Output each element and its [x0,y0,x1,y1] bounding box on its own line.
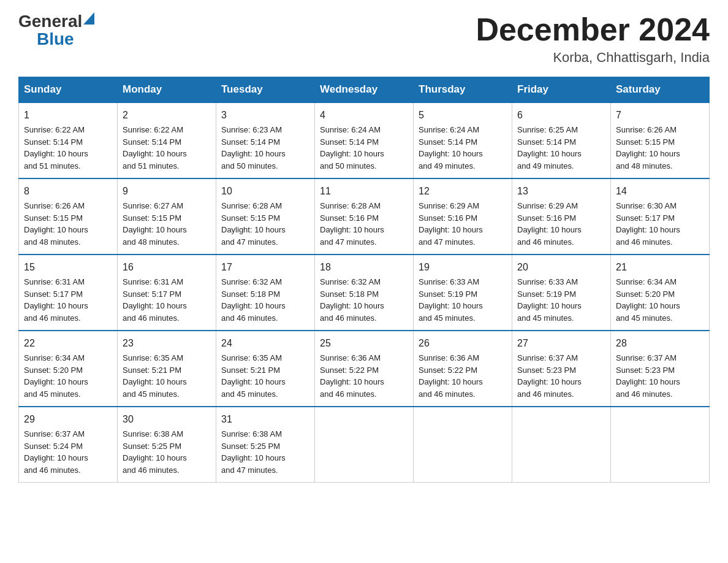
calendar-day-cell: 30Sunrise: 6:38 AMSunset: 5:25 PMDayligh… [118,407,216,483]
day-number: 6 [517,108,605,123]
day-number: 24 [221,336,309,351]
calendar-day-cell: 23Sunrise: 6:35 AMSunset: 5:21 PMDayligh… [118,331,216,407]
day-info: Sunrise: 6:35 AMSunset: 5:21 PMDaylight:… [123,352,211,400]
calendar-day-cell: 13Sunrise: 6:29 AMSunset: 5:16 PMDayligh… [512,178,611,255]
page: General Blue December 2024 Korba, Chhatt… [0,0,728,501]
calendar-day-cell: 19Sunrise: 6:33 AMSunset: 5:19 PMDayligh… [414,255,512,331]
day-of-week-header: Saturday [611,77,710,103]
calendar-table: SundayMondayTuesdayWednesdayThursdayFrid… [18,77,710,483]
calendar-title: December 2024 [476,12,710,47]
calendar-day-cell: 4Sunrise: 6:24 AMSunset: 5:14 PMDaylight… [315,102,414,178]
calendar-day-cell: 5Sunrise: 6:24 AMSunset: 5:14 PMDaylight… [414,102,512,178]
calendar-week-row: 8Sunrise: 6:26 AMSunset: 5:15 PMDaylight… [19,178,710,255]
svg-marker-0 [83,12,94,25]
day-info: Sunrise: 6:36 AMSunset: 5:22 PMDaylight:… [320,352,408,400]
calendar-day-cell: 22Sunrise: 6:34 AMSunset: 5:20 PMDayligh… [19,331,118,407]
calendar-day-cell: 9Sunrise: 6:27 AMSunset: 5:15 PMDaylight… [118,178,216,255]
day-number: 19 [419,260,507,275]
day-info: Sunrise: 6:27 AMSunset: 5:15 PMDaylight:… [123,200,211,248]
day-info: Sunrise: 6:34 AMSunset: 5:20 PMDaylight:… [616,276,704,324]
day-number: 12 [419,184,507,199]
day-info: Sunrise: 6:37 AMSunset: 5:24 PMDaylight:… [24,428,112,476]
calendar-day-cell: 29Sunrise: 6:37 AMSunset: 5:24 PMDayligh… [19,407,118,483]
day-number: 30 [123,412,211,427]
day-info: Sunrise: 6:31 AMSunset: 5:17 PMDaylight:… [123,276,211,324]
calendar-day-cell: 14Sunrise: 6:30 AMSunset: 5:17 PMDayligh… [611,178,710,255]
day-number: 28 [616,336,704,351]
calendar-day-cell: 8Sunrise: 6:26 AMSunset: 5:15 PMDaylight… [19,178,118,255]
day-info: Sunrise: 6:33 AMSunset: 5:19 PMDaylight:… [419,276,507,324]
day-number: 2 [123,108,211,123]
day-info: Sunrise: 6:30 AMSunset: 5:17 PMDaylight:… [616,200,704,248]
day-number: 10 [221,184,309,199]
calendar-day-cell: 10Sunrise: 6:28 AMSunset: 5:15 PMDayligh… [216,178,315,255]
logo-general-text: General [18,13,82,30]
logo: General Blue [18,12,94,48]
day-number: 3 [221,108,309,123]
day-info: Sunrise: 6:25 AMSunset: 5:14 PMDaylight:… [517,124,605,172]
day-number: 1 [24,108,112,123]
day-info: Sunrise: 6:22 AMSunset: 5:14 PMDaylight:… [24,124,112,172]
day-info: Sunrise: 6:38 AMSunset: 5:25 PMDaylight:… [123,428,211,476]
day-info: Sunrise: 6:24 AMSunset: 5:14 PMDaylight:… [320,124,408,172]
day-of-week-header: Sunday [19,77,118,103]
day-number: 22 [24,336,112,351]
calendar-week-row: 1Sunrise: 6:22 AMSunset: 5:14 PMDaylight… [19,102,710,178]
calendar-day-cell: 1Sunrise: 6:22 AMSunset: 5:14 PMDaylight… [19,102,118,178]
day-info: Sunrise: 6:32 AMSunset: 5:18 PMDaylight:… [221,276,309,324]
day-number: 20 [517,260,605,275]
calendar-header-row: SundayMondayTuesdayWednesdayThursdayFrid… [19,77,710,103]
calendar-day-cell: 27Sunrise: 6:37 AMSunset: 5:23 PMDayligh… [512,331,611,407]
day-number: 17 [221,260,309,275]
day-of-week-header: Tuesday [216,77,315,103]
day-number: 31 [221,412,309,427]
day-number: 4 [320,108,408,123]
day-of-week-header: Thursday [414,77,512,103]
day-of-week-header: Wednesday [315,77,414,103]
day-of-week-header: Friday [512,77,611,103]
title-block: December 2024 Korba, Chhattisgarh, India [476,12,710,66]
day-number: 29 [24,412,112,427]
day-info: Sunrise: 6:29 AMSunset: 5:16 PMDaylight:… [517,200,605,248]
day-number: 9 [123,184,211,199]
calendar-day-cell [611,407,710,483]
calendar-week-row: 15Sunrise: 6:31 AMSunset: 5:17 PMDayligh… [19,255,710,331]
day-number: 23 [123,336,211,351]
day-info: Sunrise: 6:26 AMSunset: 5:15 PMDaylight:… [24,200,112,248]
calendar-day-cell: 3Sunrise: 6:23 AMSunset: 5:14 PMDaylight… [216,102,315,178]
day-number: 27 [517,336,605,351]
day-number: 18 [320,260,408,275]
day-of-week-header: Monday [118,77,216,103]
day-number: 7 [616,108,704,123]
calendar-day-cell: 25Sunrise: 6:36 AMSunset: 5:22 PMDayligh… [315,331,414,407]
day-info: Sunrise: 6:28 AMSunset: 5:15 PMDaylight:… [221,200,309,248]
day-info: Sunrise: 6:31 AMSunset: 5:17 PMDaylight:… [24,276,112,324]
day-number: 15 [24,260,112,275]
calendar-day-cell: 16Sunrise: 6:31 AMSunset: 5:17 PMDayligh… [118,255,216,331]
day-info: Sunrise: 6:35 AMSunset: 5:21 PMDaylight:… [221,352,309,400]
calendar-day-cell: 20Sunrise: 6:33 AMSunset: 5:19 PMDayligh… [512,255,611,331]
day-info: Sunrise: 6:38 AMSunset: 5:25 PMDaylight:… [221,428,309,476]
day-info: Sunrise: 6:24 AMSunset: 5:14 PMDaylight:… [419,124,507,172]
day-number: 11 [320,184,408,199]
day-info: Sunrise: 6:32 AMSunset: 5:18 PMDaylight:… [320,276,408,324]
day-info: Sunrise: 6:26 AMSunset: 5:15 PMDaylight:… [616,124,704,172]
day-info: Sunrise: 6:36 AMSunset: 5:22 PMDaylight:… [419,352,507,400]
calendar-week-row: 22Sunrise: 6:34 AMSunset: 5:20 PMDayligh… [19,331,710,407]
day-number: 26 [419,336,507,351]
calendar-day-cell: 7Sunrise: 6:26 AMSunset: 5:15 PMDaylight… [611,102,710,178]
day-number: 16 [123,260,211,275]
calendar-day-cell: 31Sunrise: 6:38 AMSunset: 5:25 PMDayligh… [216,407,315,483]
calendar-day-cell [315,407,414,483]
calendar-day-cell [414,407,512,483]
day-info: Sunrise: 6:23 AMSunset: 5:14 PMDaylight:… [221,124,309,172]
calendar-day-cell: 6Sunrise: 6:25 AMSunset: 5:14 PMDaylight… [512,102,611,178]
day-info: Sunrise: 6:37 AMSunset: 5:23 PMDaylight:… [517,352,605,400]
calendar-week-row: 29Sunrise: 6:37 AMSunset: 5:24 PMDayligh… [19,407,710,483]
day-info: Sunrise: 6:34 AMSunset: 5:20 PMDaylight:… [24,352,112,400]
calendar-day-cell: 11Sunrise: 6:28 AMSunset: 5:16 PMDayligh… [315,178,414,255]
day-number: 13 [517,184,605,199]
calendar-day-cell: 21Sunrise: 6:34 AMSunset: 5:20 PMDayligh… [611,255,710,331]
day-number: 21 [616,260,704,275]
calendar-day-cell [512,407,611,483]
